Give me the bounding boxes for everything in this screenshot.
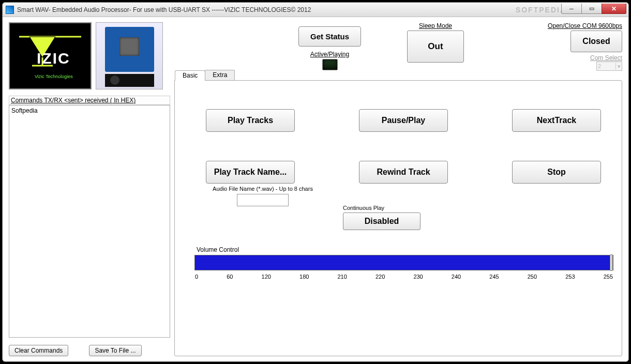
sleep-mode-label: Sleep Mode <box>419 22 452 29</box>
volume-tick: 245 <box>489 274 499 280</box>
watermark: SOFTPEDIA <box>516 3 566 17</box>
minimize-button[interactable]: ─ <box>561 4 582 14</box>
pause-play-button[interactable]: Pause/Play <box>359 109 448 132</box>
save-to-file-button[interactable]: Save To File ... <box>89 345 141 356</box>
board-image <box>96 22 163 89</box>
play-tracks-button[interactable]: Play Tracks <box>206 109 295 132</box>
window-controls: ─ ▭ ✕ <box>562 4 626 14</box>
volume-thumb[interactable] <box>610 254 613 271</box>
tab-extra[interactable]: Extra <box>205 70 235 80</box>
get-status-button[interactable]: Get Status <box>298 26 361 47</box>
volume-tick: 240 <box>452 274 461 280</box>
filename-input[interactable] <box>237 194 289 206</box>
volume-slider[interactable] <box>194 255 613 270</box>
commands-text: Softpedia <box>11 107 38 114</box>
continuous-play-label: Continuous Play <box>343 205 420 211</box>
tab-panel: Basic Extra Play Tracks Pause/Play NextT… <box>174 80 622 356</box>
vizic-logo: IZIC Vizic Technologies <box>9 22 92 89</box>
volume-tick: 253 <box>565 274 575 280</box>
com-label: Open/Close COM 9600bps <box>548 22 622 29</box>
tab-basic[interactable]: Basic <box>175 70 205 81</box>
maximize-button[interactable]: ▭ <box>581 4 602 14</box>
commands-label: Commands TX/RX <sent> received ( In HEX) <box>9 96 170 105</box>
continuous-play-button[interactable]: Disabled <box>343 213 420 230</box>
next-track-button[interactable]: NextTrack <box>512 109 601 132</box>
volume-tick: 60 <box>227 274 233 280</box>
commands-textarea[interactable]: Softpedia <box>9 105 170 338</box>
svg-text:IZIC: IZIC <box>37 50 70 67</box>
close-button[interactable]: ✕ <box>602 4 626 14</box>
active-playing-label: Active/Playing <box>310 51 349 58</box>
com-select-label: Com Select <box>590 54 622 62</box>
titlebar: Smart WAV- Embedded Audio Processor- For… <box>3 3 628 17</box>
filename-label: Audio File Name (*.wav) - Up to 8 chars <box>213 186 313 192</box>
sleep-mode-button[interactable]: Out <box>407 31 464 63</box>
rewind-track-button[interactable]: Rewind Track <box>359 161 448 184</box>
volume-tick: 250 <box>528 274 537 280</box>
com-select-value: 2 <box>598 63 601 69</box>
svg-text:Vizic Technologies: Vizic Technologies <box>35 74 73 79</box>
play-track-name-button[interactable]: Play Track Name... <box>206 161 295 184</box>
com-toggle-button[interactable]: Closed <box>570 31 622 52</box>
app-icon <box>6 6 14 14</box>
volume-fill <box>195 255 610 270</box>
chevron-down-icon: ▾ <box>615 63 621 70</box>
app-window: Smart WAV- Embedded Audio Processor- For… <box>2 2 629 362</box>
volume-tick: 180 <box>299 274 309 280</box>
volume-tick: 230 <box>413 274 423 280</box>
vizic-logo-svg: IZIC Vizic Technologies <box>14 27 86 84</box>
active-led <box>322 59 338 70</box>
clear-commands-button[interactable]: Clear Commands <box>9 345 68 356</box>
volume-tick: 0 <box>195 274 198 280</box>
volume-ticks: 060120180210220230240245250253255 <box>194 274 613 280</box>
com-select-dropdown[interactable]: 2 ▾ <box>596 62 622 71</box>
window-title: Smart WAV- Embedded Audio Processor- For… <box>17 6 311 13</box>
stop-button[interactable]: Stop <box>512 161 601 184</box>
volume-tick: 120 <box>262 274 271 280</box>
volume-tick: 210 <box>337 274 347 280</box>
volume-tick: 255 <box>604 274 613 280</box>
volume-tick: 220 <box>375 274 385 280</box>
volume-label: Volume Control <box>197 246 613 253</box>
